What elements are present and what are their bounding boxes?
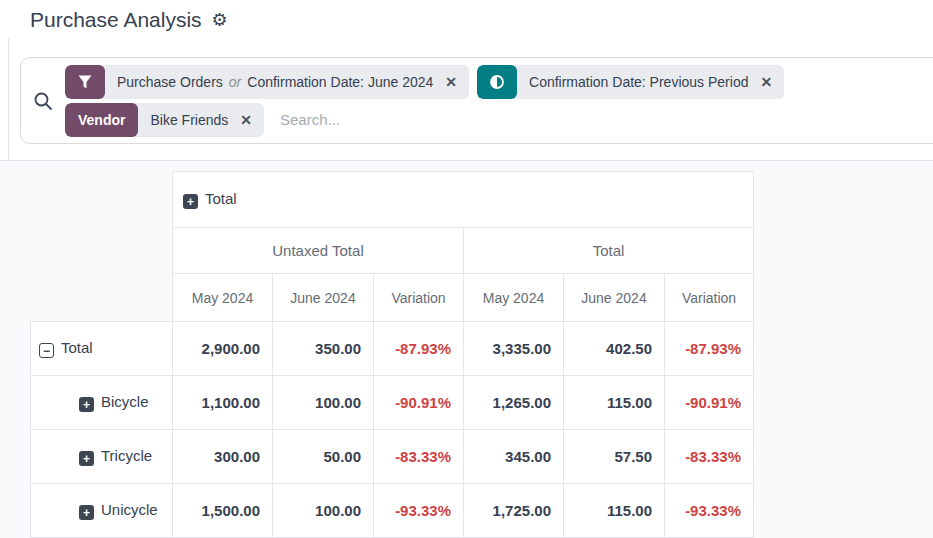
pivot-cell: 115.00 xyxy=(564,376,665,430)
pivot-cell-variation: -90.91% xyxy=(374,376,464,430)
facet-comparison-label: Confirmation Date: Previous Period ✕ xyxy=(517,65,784,99)
comparison-icon xyxy=(477,65,517,99)
pivot-cell: 50.00 xyxy=(273,430,374,484)
pivot-period-header[interactable]: May 2024 xyxy=(173,274,273,322)
pivot-cell: 350.00 xyxy=(273,322,374,376)
facet-row-2: Vendor Bike Friends ✕ xyxy=(65,103,933,137)
collapse-icon[interactable]: − xyxy=(39,343,54,358)
facet-vendor-value: Bike Friends xyxy=(150,112,228,128)
filter-icon xyxy=(65,65,105,99)
pivot-cell: 402.50 xyxy=(564,322,665,376)
pivot-header-row-root: +Total xyxy=(31,172,754,228)
facet-filter-label: Purchase Orders or Confirmation Date: Ju… xyxy=(105,65,469,99)
pivot-row-label: Total xyxy=(61,339,93,356)
pivot-col-header-total-label: Total xyxy=(205,190,237,207)
facet-filter-or: or xyxy=(227,74,243,90)
facet-filter-part-2: Confirmation Date: June 2024 xyxy=(247,74,433,90)
gear-icon[interactable]: ⚙ xyxy=(212,11,228,29)
pivot-header-row-periods: May 2024 June 2024 Variation May 2024 Ju… xyxy=(31,274,754,322)
pivot-corner-cell xyxy=(31,274,173,322)
pivot-cell-variation: -87.93% xyxy=(374,322,464,376)
pivot-period-header[interactable]: Variation xyxy=(374,274,464,322)
pivot-row-total: −Total 2,900.00 350.00 -87.93% 3,335.00 … xyxy=(31,322,754,376)
pivot-row-header-total[interactable]: −Total xyxy=(31,322,173,376)
facet-vendor-field-label: Vendor xyxy=(65,103,138,137)
pivot-table: +Total Untaxed Total Total May 2024 June… xyxy=(30,171,754,538)
pivot-row-header-tricycle[interactable]: +Tricycle xyxy=(31,430,173,484)
facet-filter-part-1: Purchase Orders xyxy=(117,74,223,90)
pivot-cell: 3,335.00 xyxy=(464,322,564,376)
pivot-col-header-total[interactable]: +Total xyxy=(173,172,754,228)
pivot-cell: 100.00 xyxy=(273,484,374,538)
pivot-cell: 345.00 xyxy=(464,430,564,484)
pivot-row-label: Bicycle xyxy=(101,393,149,410)
pivot-row-tricycle: +Tricycle 300.00 50.00 -83.33% 345.00 57… xyxy=(31,430,754,484)
pivot-cell: 2,900.00 xyxy=(173,322,273,376)
facet-filter: Purchase Orders or Confirmation Date: Ju… xyxy=(65,65,469,99)
expand-icon[interactable]: + xyxy=(79,451,94,466)
pivot-cell-variation: -83.33% xyxy=(665,430,754,484)
pivot-row-bicycle: +Bicycle 1,100.00 100.00 -90.91% 1,265.0… xyxy=(31,376,754,430)
pivot-row-label: Unicycle xyxy=(101,501,158,518)
facet-area: Purchase Orders or Confirmation Date: Ju… xyxy=(65,65,933,137)
pivot-period-header[interactable]: June 2024 xyxy=(273,274,374,322)
pivot-cell: 100.00 xyxy=(273,376,374,430)
pivot-cell: 1,265.00 xyxy=(464,376,564,430)
pivot-row-label: Tricycle xyxy=(101,447,152,464)
pivot-cell: 115.00 xyxy=(564,484,665,538)
pivot-period-header[interactable]: May 2024 xyxy=(464,274,564,322)
expand-icon[interactable]: + xyxy=(79,397,94,412)
facet-vendor-close-icon[interactable]: ✕ xyxy=(240,112,252,128)
pivot-cell: 1,100.00 xyxy=(173,376,273,430)
expand-icon[interactable]: + xyxy=(183,194,198,209)
pivot-cell-variation: -93.33% xyxy=(665,484,754,538)
pivot-row-header-unicycle[interactable]: +Unicycle xyxy=(31,484,173,538)
pivot-cell-variation: -93.33% xyxy=(374,484,464,538)
pivot-corner-cell xyxy=(31,172,173,228)
pivot-row-header-bicycle[interactable]: +Bicycle xyxy=(31,376,173,430)
search-icon xyxy=(21,91,65,111)
pivot-period-header[interactable]: June 2024 xyxy=(564,274,665,322)
pivot-period-header[interactable]: Variation xyxy=(665,274,754,322)
pivot-cell: 1,725.00 xyxy=(464,484,564,538)
facet-comparison-close-icon[interactable]: ✕ xyxy=(760,74,772,90)
pivot-measure-untaxed-total[interactable]: Untaxed Total xyxy=(173,228,464,274)
pivot-measure-total[interactable]: Total xyxy=(464,228,754,274)
pivot-corner-cell xyxy=(31,228,173,274)
facet-vendor: Vendor Bike Friends ✕ xyxy=(65,103,264,137)
facet-filter-close-icon[interactable]: ✕ xyxy=(445,74,457,90)
page-title: Purchase Analysis xyxy=(30,8,202,32)
pivot-cell-variation: -83.33% xyxy=(374,430,464,484)
facet-vendor-value-wrap: Bike Friends ✕ xyxy=(138,103,264,137)
pivot-cell-variation: -90.91% xyxy=(665,376,754,430)
pivot-cell-variation: -87.93% xyxy=(665,322,754,376)
content-panel: +Total Untaxed Total Total May 2024 June… xyxy=(0,160,933,538)
pivot-header-row-measures: Untaxed Total Total xyxy=(31,228,754,274)
expand-icon[interactable]: + xyxy=(79,505,94,520)
pivot-row-unicycle: +Unicycle 1,500.00 100.00 -93.33% 1,725.… xyxy=(31,484,754,538)
pivot-cell: 1,500.00 xyxy=(173,484,273,538)
pivot-cell: 300.00 xyxy=(173,430,273,484)
facet-comparison: Confirmation Date: Previous Period ✕ xyxy=(477,65,784,99)
pivot-cell: 57.50 xyxy=(564,430,665,484)
search-input[interactable] xyxy=(280,111,933,128)
view-header: Purchase Analysis ⚙ xyxy=(30,8,228,32)
facet-comparison-text: Confirmation Date: Previous Period xyxy=(529,74,748,90)
search-bar[interactable]: Purchase Orders or Confirmation Date: Ju… xyxy=(20,57,933,144)
facet-row-1: Purchase Orders or Confirmation Date: Ju… xyxy=(65,65,933,99)
